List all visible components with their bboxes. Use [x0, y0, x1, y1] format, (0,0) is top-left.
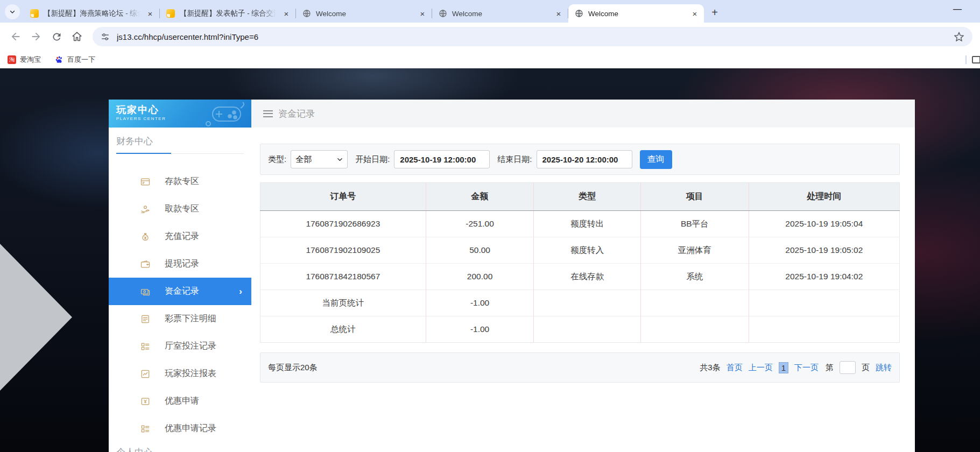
jump-page-input[interactable]	[840, 361, 856, 374]
browser-tab[interactable]: 【新提醒】发表帖子 - 综合交流 ×	[160, 4, 295, 23]
taobao-icon: 淘	[8, 55, 16, 64]
cell-type	[534, 290, 640, 316]
cell-order-id: 1760871842180567	[260, 264, 426, 290]
browser-tab-active[interactable]: Welcome ×	[568, 4, 704, 23]
table-row: 1760871902109025 50.00 额度转入 亚洲体育 2025-10…	[260, 237, 900, 264]
search-button[interactable]: 查询	[640, 150, 672, 169]
next-page-link[interactable]: 下一页	[794, 363, 819, 373]
address-bar[interactable]: js13.cc/hhcp/usercenter.html?iniType=6	[93, 27, 972, 46]
tab-close-icon[interactable]: ×	[690, 9, 700, 18]
sidebar-item-withdrawal-records[interactable]: 提现记录	[109, 250, 251, 278]
browser-tab[interactable]: 【新提醒】海燕策略论坛 - 综合 ×	[24, 4, 159, 23]
menu-toggle-icon[interactable]	[263, 110, 273, 117]
cell-process-time: 2025-10-19 19:05:04	[749, 211, 899, 237]
cell-project: BB平台	[640, 211, 749, 237]
type-select-value: 全部	[295, 154, 312, 165]
tab-search-button[interactable]	[5, 4, 20, 19]
tab-title: Welcome	[316, 10, 414, 18]
col-order-id: 订单号	[260, 183, 426, 211]
table-row-page-stats: 当前页统计 -1.00	[260, 290, 900, 316]
sidebar-item-label: 厅室投注记录	[165, 341, 216, 352]
bookmark-star-icon[interactable]	[953, 31, 965, 43]
sidebar-item-recharge-records[interactable]: 充值记录	[109, 223, 251, 250]
cell-type	[534, 316, 640, 343]
baidu-paw-icon	[55, 55, 64, 64]
chevron-right-icon: ›	[239, 286, 242, 297]
home-button[interactable]	[69, 29, 85, 45]
tab-title: Welcome	[452, 10, 551, 18]
page-prefix-text: 第	[826, 363, 834, 373]
tab-close-icon[interactable]: ×	[145, 9, 155, 18]
sidebar-item-fund-records[interactable]: 资金记录 ›	[109, 278, 251, 305]
withdraw-hand-icon	[140, 204, 151, 215]
end-date-label: 结束日期:	[497, 154, 532, 165]
gamepad-icon	[198, 102, 247, 126]
start-date-input[interactable]	[394, 150, 490, 168]
page-title: 资金记录	[278, 108, 315, 120]
main-header: 资金记录	[251, 100, 915, 128]
sidebar-item-hall-bet-records[interactable]: 厅室投注记录	[109, 333, 251, 360]
bookmarks-overflow-icon[interactable]	[972, 56, 980, 63]
sidebar-item-promo-apply-records[interactable]: 优惠申请记录	[109, 415, 251, 442]
sidebar-item-promo-apply[interactable]: 优惠申请	[109, 387, 251, 415]
coupon-icon	[140, 396, 151, 407]
tab-close-icon[interactable]: ×	[554, 9, 563, 18]
cell-stats-label: 总统计	[260, 316, 426, 343]
sidebar-item-withdraw-zone[interactable]: 取款专区	[109, 195, 251, 223]
cell-type: 额度转出	[534, 211, 640, 237]
cell-type: 额度转入	[534, 237, 640, 264]
fund-records-table: 订单号 金额 类型 项目 处理时间 1760871902686923 -251.…	[260, 182, 900, 343]
wallet-icon	[140, 259, 151, 270]
end-date-input[interactable]	[537, 150, 632, 168]
cell-amount: 200.00	[426, 264, 534, 290]
sidebar-item-label: 取款专区	[165, 203, 199, 215]
tab-title: Welcome	[588, 10, 687, 18]
tab-close-icon[interactable]: ×	[418, 9, 427, 18]
main-content: 资金记录 类型: 全部 开始日期: 结束日期: 查询	[251, 100, 915, 452]
reload-button[interactable]	[48, 29, 65, 45]
tab-title: 【新提醒】发表帖子 - 综合交流	[180, 9, 278, 18]
chart-icon	[140, 369, 151, 379]
current-page-number[interactable]: 1	[779, 362, 788, 373]
sidebar-item-label: 玩家投注报表	[165, 368, 216, 379]
page-size-text: 每页显示20条	[268, 363, 318, 373]
sidebar-item-lottery-bet-details[interactable]: 彩票下注明细	[109, 305, 251, 333]
col-process-time: 处理时间	[749, 183, 899, 211]
type-select[interactable]: 全部	[291, 150, 348, 168]
page-suffix-text: 页	[862, 363, 870, 373]
prev-page-link[interactable]: 上一页	[749, 363, 773, 373]
browser-tab[interactable]: Welcome ×	[432, 4, 568, 23]
bookmarks-bar: 淘 爱淘宝 百度一下	[0, 51, 980, 68]
minimize-button[interactable]: —	[947, 4, 968, 14]
cell-process-time: 2025-10-19 19:05:02	[749, 237, 899, 264]
col-project: 项目	[640, 183, 749, 211]
cell-type: 在线存款	[534, 264, 640, 290]
main-body: 类型: 全部 开始日期: 结束日期: 查询	[251, 128, 915, 452]
url-text[interactable]: js13.cc/hhcp/usercenter.html?iniType=6	[117, 32, 953, 41]
cell-process-time	[749, 316, 899, 343]
forward-button[interactable]	[28, 29, 44, 45]
sidebar-item-label: 存款专区	[165, 176, 199, 187]
sidebar: 玩家中心 PLAYERS CENTER 财务中心 存款专区 取款专区	[109, 100, 251, 452]
cell-process-time: 2025-10-19 19:04:02	[749, 264, 899, 290]
first-page-link[interactable]: 首页	[727, 363, 743, 373]
browser-window: 【新提醒】海燕策略论坛 - 综合 × 【新提醒】发表帖子 - 综合交流 × We…	[0, 0, 980, 452]
list-icon	[140, 423, 151, 434]
fund-records-icon	[140, 286, 151, 297]
col-type: 类型	[534, 183, 640, 211]
browser-tab[interactable]: Welcome ×	[296, 4, 432, 23]
site-settings-icon	[100, 32, 110, 42]
cell-amount: -1.00	[426, 290, 534, 316]
bookmarks-divider	[965, 55, 967, 64]
back-button[interactable]	[8, 29, 24, 45]
sidebar-item-label: 优惠申请	[165, 396, 199, 407]
tab-close-icon[interactable]: ×	[281, 9, 291, 18]
new-tab-button[interactable]: +	[707, 5, 722, 20]
deposit-card-icon	[140, 176, 151, 187]
jump-link[interactable]: 跳转	[876, 363, 892, 373]
bookmark-baidu[interactable]: 百度一下	[55, 55, 95, 65]
sidebar-item-deposit-zone[interactable]: 存款专区	[109, 168, 251, 195]
sidebar-item-player-bet-report[interactable]: 玩家投注报表	[109, 360, 251, 387]
bookmark-taobao[interactable]: 淘 爱淘宝	[8, 55, 41, 65]
sidebar-item-label: 优惠申请记录	[165, 423, 216, 434]
